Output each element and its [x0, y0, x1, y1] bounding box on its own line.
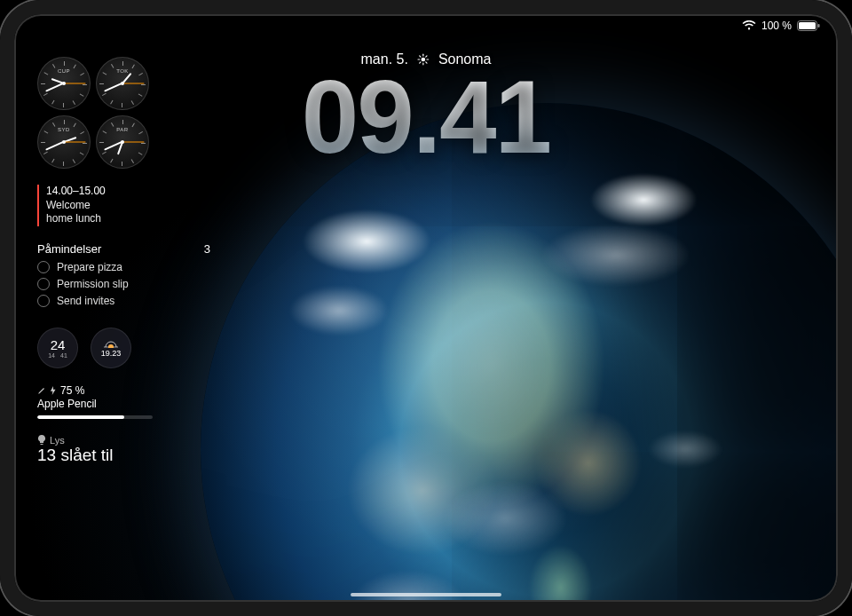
sunset-icon	[102, 337, 120, 348]
world-clock-face: PAR	[96, 115, 149, 169]
reminder-checkbox[interactable]	[37, 261, 50, 273]
world-clock-city: SYD	[38, 127, 90, 132]
home-lights-label: Lys	[50, 435, 65, 446]
home-lights-value: 13 slået til	[37, 446, 210, 465]
svg-line-11	[426, 56, 427, 57]
svg-rect-2	[818, 24, 820, 28]
world-clock-city: PAR	[97, 127, 148, 132]
reminder-label: Prepare pizza	[57, 261, 122, 273]
svg-point-12	[108, 344, 114, 348]
pencil-battery-widget[interactable]: 75 % Apple Pencil	[37, 384, 210, 419]
reminder-item[interactable]: Permission slip	[37, 278, 210, 290]
reminder-label: Send invites	[57, 295, 114, 307]
reminders-count: 3	[204, 242, 210, 256]
world-clock-face: CUP	[37, 57, 91, 110]
reminder-label: Permission slip	[57, 278, 129, 290]
status-bar: 100 %	[742, 20, 820, 32]
reminders-widget[interactable]: Påmindelser 3 Prepare pizzaPermission sl…	[37, 242, 210, 312]
battery-percent-label: 100 %	[761, 20, 792, 32]
reminders-title: Påmindelser	[37, 242, 101, 256]
calendar-event-title-line: home lunch	[46, 212, 101, 225]
calendar-event-time: 14.00–15.00	[46, 185, 210, 199]
world-clock-face: TOK	[96, 57, 149, 110]
svg-rect-1	[799, 22, 816, 29]
world-clock-city: CUP	[38, 68, 90, 74]
sunset-time: 19.23	[101, 349, 122, 358]
lightbulb-icon	[37, 435, 46, 446]
wifi-icon	[742, 20, 756, 31]
home-lights-widget[interactable]: Lys 13 slået til	[37, 435, 210, 465]
pencil-battery-bar	[37, 415, 153, 419]
reminder-item[interactable]: Prepare pizza	[37, 261, 210, 273]
world-clock-face: SYD	[37, 115, 91, 169]
sunset-widget[interactable]: 19.23	[91, 328, 131, 368]
weather-widget[interactable]: 24 14 41	[37, 328, 78, 368]
reminder-checkbox[interactable]	[37, 278, 50, 290]
calendar-event-title-line: Welcome	[46, 199, 91, 211]
world-clock-city: TOK	[97, 68, 148, 74]
wallpaper-earth	[201, 103, 838, 602]
pencil-icon	[37, 386, 46, 395]
reminder-checkbox[interactable]	[37, 295, 50, 307]
lock-screen-header: man. 5. Sonoma 09.41	[302, 51, 550, 163]
weather-low: 14	[48, 352, 55, 359]
reminder-item[interactable]: Send invites	[37, 295, 210, 307]
world-clock-widget[interactable]: CUPTOKSYDPAR	[37, 57, 149, 169]
battery-icon	[797, 20, 820, 31]
weather-temp: 24	[51, 337, 66, 352]
lock-time: 09.41	[302, 71, 550, 163]
weather-high: 41	[60, 352, 67, 359]
calendar-event-title: Welcome home lunch	[46, 199, 210, 226]
pencil-name: Apple Pencil	[37, 398, 210, 410]
svg-line-8	[420, 56, 421, 57]
home-indicator[interactable]	[351, 593, 501, 596]
pencil-percent: 75 %	[60, 384, 84, 397]
calendar-widget[interactable]: 14.00–15.00 Welcome home lunch	[37, 185, 210, 226]
charging-icon	[50, 386, 57, 395]
